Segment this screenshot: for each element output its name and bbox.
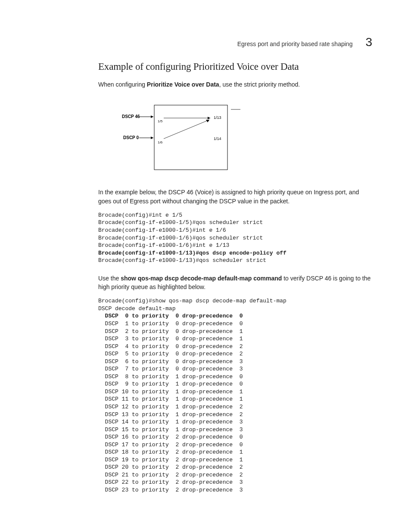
text-bold: Prioritize Voice over Data — [147, 81, 219, 88]
svg-marker-2 — [151, 115, 153, 118]
dscp46-label: DSCP 46 — [122, 114, 140, 119]
example-paragraph: In the example below, the DSCP 46 (Voice… — [98, 188, 372, 205]
code-line: Brocade(config-if-e1000-1/6)#qos schedul… — [98, 235, 263, 241]
port-1-13: 1/13 — [214, 115, 221, 120]
section-heading: Example of configuring Prioritized Voice… — [98, 61, 372, 72]
dscp0-label: DSCP 0 — [123, 135, 139, 140]
code-line-bold: DSCP 0 to priority 0 drop-precedence 0 — [98, 313, 243, 319]
running-title: Egress port and priority based rate shap… — [237, 40, 353, 47]
intro-paragraph: When configuring Prioritize Voice over D… — [98, 80, 372, 89]
svg-marker-6 — [208, 117, 210, 119]
code-line: Brocade(config-if-e1000-1/5)#qos schedul… — [98, 219, 263, 226]
running-header: Egress port and priority based rate shap… — [237, 35, 372, 49]
port-1-5: 1/5 — [158, 119, 163, 123]
document-page: Egress port and priority based rate shap… — [0, 0, 411, 532]
cli-block-2: Brocade(config)#show qos-map dscp decode… — [98, 297, 372, 494]
cli-block-1: Brocade(config)#int e 1/5 Brocade(config… — [98, 212, 372, 264]
code-line: Brocade(config-if-e1000-1/6)#int e 1/13 — [98, 242, 229, 249]
code-line-bold: Brocade(config-if-e1000-1/13)#qos dscp e… — [98, 250, 286, 256]
verify-paragraph: Use the show qos-map dscp decode-map def… — [98, 274, 372, 292]
svg-line-7 — [164, 120, 209, 139]
code-line: Brocade(config)#int e 1/5 — [98, 212, 182, 218]
svg-marker-4 — [151, 137, 153, 139]
chapter-number: 3 — [365, 35, 372, 49]
code-line: Brocade(config-if-e1000-1/5)#int e 1/6 — [98, 227, 226, 233]
text: When configuring — [98, 81, 147, 88]
port-1-6: 1/6 — [158, 140, 163, 144]
text: , use the strict priority method. — [219, 81, 300, 88]
text: Use the — [98, 275, 121, 282]
network-diagram: DSCP 46 DSCP 0 1/5 1/6 1/13 1/14 — [111, 101, 372, 176]
code-line: Brocade(config-if-e1000-1/13)#qos schedu… — [98, 257, 266, 264]
text-bold: show qos-map dscp decode-map default-map… — [121, 275, 282, 282]
port-1-14: 1/14 — [214, 137, 221, 141]
